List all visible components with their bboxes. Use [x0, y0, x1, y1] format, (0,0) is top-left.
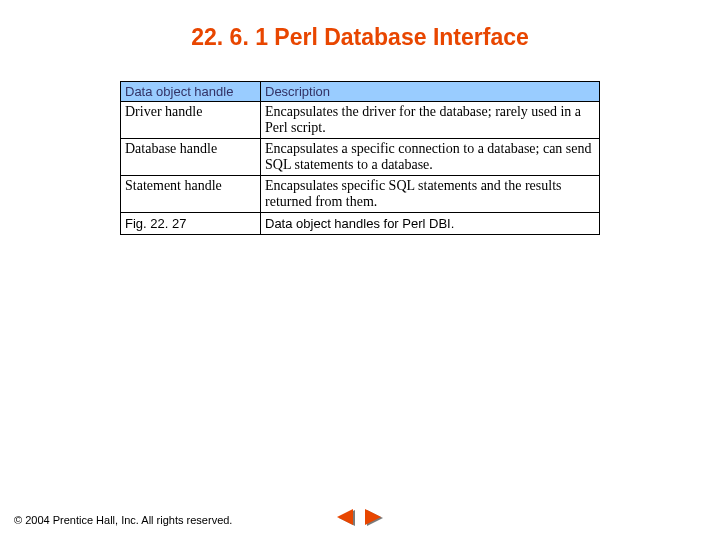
table-caption-row: Fig. 22. 27 Data object handles for Perl… [121, 213, 600, 235]
cell-handle-desc: Encapsulates a specific connection to a … [261, 139, 600, 176]
table-header-row: Data object handle Description [121, 82, 600, 102]
col-header-description: Description [261, 82, 600, 102]
triangle-right-icon [363, 508, 385, 528]
figure-number: Fig. 22. 27 [121, 213, 261, 235]
col-header-handle: Data object handle [121, 82, 261, 102]
next-button[interactable] [363, 508, 385, 528]
triangle-left-icon [335, 508, 357, 528]
cell-handle-desc: Encapsulates specific SQL statements and… [261, 176, 600, 213]
cell-handle-name: Statement handle [121, 176, 261, 213]
prev-button[interactable] [335, 508, 357, 528]
handles-table: Data object handle Description Driver ha… [120, 81, 600, 235]
table-row: Statement handle Encapsulates specific S… [121, 176, 600, 213]
cell-handle-name: Driver handle [121, 102, 261, 139]
table-row: Database handle Encapsulates a specific … [121, 139, 600, 176]
svg-marker-1 [337, 509, 353, 525]
footer: © 2004 Prentice Hall, Inc. All rights re… [14, 514, 706, 526]
page-title: 22. 6. 1 Perl Database Interface [0, 24, 720, 51]
cell-handle-desc: Encapsulates the driver for the database… [261, 102, 600, 139]
nav-arrows [335, 508, 385, 528]
copyright-text: © 2004 Prentice Hall, Inc. All rights re… [14, 514, 232, 526]
cell-handle-name: Database handle [121, 139, 261, 176]
figure-caption: Data object handles for Perl DBI. [261, 213, 600, 235]
table-row: Driver handle Encapsulates the driver fo… [121, 102, 600, 139]
